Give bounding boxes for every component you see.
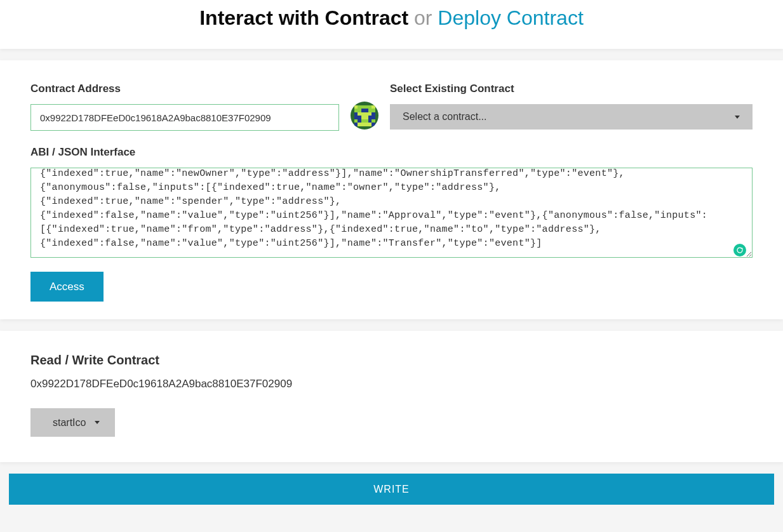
svg-rect-14 [358,123,371,126]
grammarly-icon [733,244,746,256]
contract-form-panel: Contract Address [0,60,783,319]
abi-input[interactable] [30,168,753,258]
svg-rect-8 [358,112,371,116]
existing-contract-label: Select Existing Contract [390,83,753,95]
or-separator: or [414,6,432,29]
existing-contract-dropdown[interactable]: Select a contract... [390,104,753,130]
read-write-panel: Read / Write Contract 0x9922D178DFEeD0c1… [0,331,783,462]
abi-label: ABI / JSON Interface [30,146,753,159]
svg-rect-10 [361,116,368,119]
svg-rect-3 [358,105,371,109]
svg-rect-11 [354,119,375,123]
function-dropdown[interactable]: startIco [30,408,115,437]
svg-rect-15 [354,123,358,126]
contract-address-input[interactable] [30,104,339,131]
page-title: Interact with Contract or Deploy Contrac… [0,6,783,30]
function-selected: startIco [53,417,86,429]
address-identicon [351,102,378,130]
svg-rect-7 [371,112,375,116]
read-write-title: Read / Write Contract [30,353,753,368]
svg-rect-5 [361,109,368,112]
svg-rect-2 [371,105,375,109]
access-button[interactable]: Access [30,272,104,302]
svg-rect-1 [354,105,358,109]
caret-down-icon [735,116,740,119]
svg-rect-6 [354,112,358,116]
page-header: Interact with Contract or Deploy Contrac… [0,0,783,49]
existing-contract-placeholder: Select a contract... [403,111,487,123]
svg-rect-13 [368,119,372,123]
write-button[interactable]: WRITE [9,474,774,505]
caret-down-icon [95,421,100,424]
tab-interact[interactable]: Interact with Contract [199,6,408,29]
tab-deploy[interactable]: Deploy Contract [438,6,583,29]
svg-rect-12 [358,119,361,123]
contract-address-label: Contract Address [30,83,339,95]
svg-rect-16 [371,123,375,126]
read-write-address: 0x9922D178DFEeD0c19618A2A9bac8810E37F029… [30,378,753,390]
